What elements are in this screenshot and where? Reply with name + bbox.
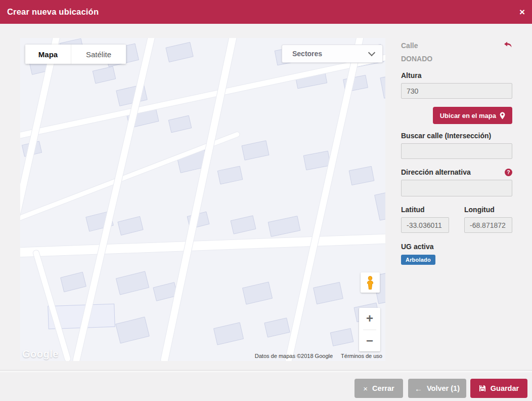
calle-label: Calle <box>401 42 418 50</box>
volver-button[interactable]: ← Volver (1) <box>408 379 466 398</box>
altura-input[interactable] <box>401 83 512 99</box>
building <box>230 215 256 234</box>
chevron-down-icon <box>368 49 375 56</box>
modal-footer: × Cerrar ← Volver (1) Guardar <box>0 371 532 401</box>
cerrar-button[interactable]: × Cerrar <box>354 379 403 398</box>
street-down <box>284 38 365 361</box>
map-type-satellite-button[interactable]: Satélite <box>71 45 126 64</box>
building <box>116 271 149 295</box>
longitud-label: Longitud <box>464 206 512 214</box>
calle-value: DONADO <box>401 55 512 63</box>
direccion-alternativa-input[interactable] <box>401 180 512 196</box>
building <box>330 328 354 346</box>
map-type-map-button[interactable]: Mapa <box>25 45 71 64</box>
building <box>60 272 86 292</box>
zoom-in-button[interactable]: + <box>359 308 380 330</box>
volver-button-label: Volver (1) <box>427 384 460 392</box>
altura-label: Altura <box>401 71 512 79</box>
building <box>349 166 375 185</box>
building <box>241 140 269 161</box>
pegman-icon <box>365 275 375 290</box>
close-x-icon: × <box>363 385 368 392</box>
map-pin-icon <box>500 112 505 119</box>
ubicar-button-label: Ubicar en el mapa <box>440 112 496 119</box>
building <box>165 42 193 62</box>
save-icon <box>479 385 486 392</box>
latitud-input[interactable] <box>401 217 449 233</box>
map-canvas[interactable]: Mapa Satélite Sectores + − Google Datos … <box>20 38 385 361</box>
zoom-control: + − <box>359 308 380 351</box>
latitud-label: Latitud <box>401 206 449 214</box>
ug-badge: Arbolado <box>401 255 435 265</box>
street-across <box>20 53 385 140</box>
location-form: Calle DONADO Altura Ubicar en el mapa Bu… <box>401 38 512 265</box>
map-data-copyright: Datos de mapas ©2018 Google <box>255 353 333 359</box>
building <box>380 74 385 98</box>
buscar-calle-label: Buscar calle (Intersección) <box>401 132 512 140</box>
direccion-alternativa-label: Dirección alternativa <box>401 168 471 176</box>
back-arrow-icon: ← <box>415 385 422 392</box>
modal-title: Crear nueva ubicación <box>7 7 99 17</box>
modal-header: Crear nueva ubicación × <box>0 0 532 24</box>
building <box>93 66 116 84</box>
building <box>217 166 243 185</box>
building <box>242 282 273 304</box>
zoom-out-button[interactable]: − <box>359 330 380 352</box>
street-across <box>20 233 385 257</box>
guardar-button-label: Guardar <box>491 384 519 392</box>
map-type-control: Mapa Satélite <box>25 45 126 64</box>
street-down <box>160 38 238 361</box>
sectores-dropdown[interactable]: Sectores <box>282 45 383 63</box>
ubicar-en-el-mapa-button[interactable]: Ubicar en el mapa <box>433 107 512 124</box>
guardar-button[interactable]: Guardar <box>470 379 527 398</box>
building <box>168 115 192 133</box>
building <box>117 216 143 235</box>
sectores-label: Sectores <box>292 50 322 58</box>
pegman-button[interactable] <box>361 272 380 293</box>
building <box>115 316 150 343</box>
buscar-calle-input[interactable] <box>401 143 512 159</box>
building <box>374 190 385 221</box>
help-icon[interactable]: ? <box>505 169 512 176</box>
map-attribution: Datos de mapas ©2018 Google Términos de … <box>255 353 382 359</box>
building <box>213 322 244 345</box>
building <box>264 317 290 338</box>
terms-of-use-link[interactable]: Términos de uso <box>341 353 382 359</box>
building <box>268 216 301 237</box>
google-logo: Google <box>22 348 59 360</box>
cerrar-button-label: Cerrar <box>372 384 394 392</box>
close-icon[interactable]: × <box>519 7 525 17</box>
undo-icon[interactable] <box>504 41 512 50</box>
create-location-modal: Crear nueva ubicación × Mapa Satélite Se… <box>0 0 532 401</box>
building <box>313 282 343 304</box>
ug-activa-label: UG activa <box>401 243 512 251</box>
longitud-input[interactable] <box>464 217 512 233</box>
